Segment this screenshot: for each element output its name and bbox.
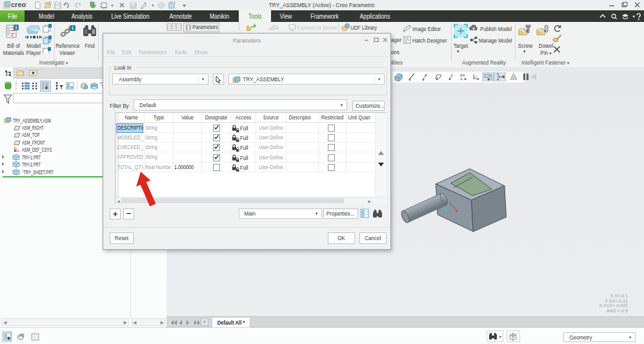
svg-text:×: × <box>460 77 463 81</box>
svg-text:i: i <box>72 25 73 31</box>
svg-text:x: x <box>425 73 427 77</box>
svg-text:i: i <box>15 25 17 30</box>
